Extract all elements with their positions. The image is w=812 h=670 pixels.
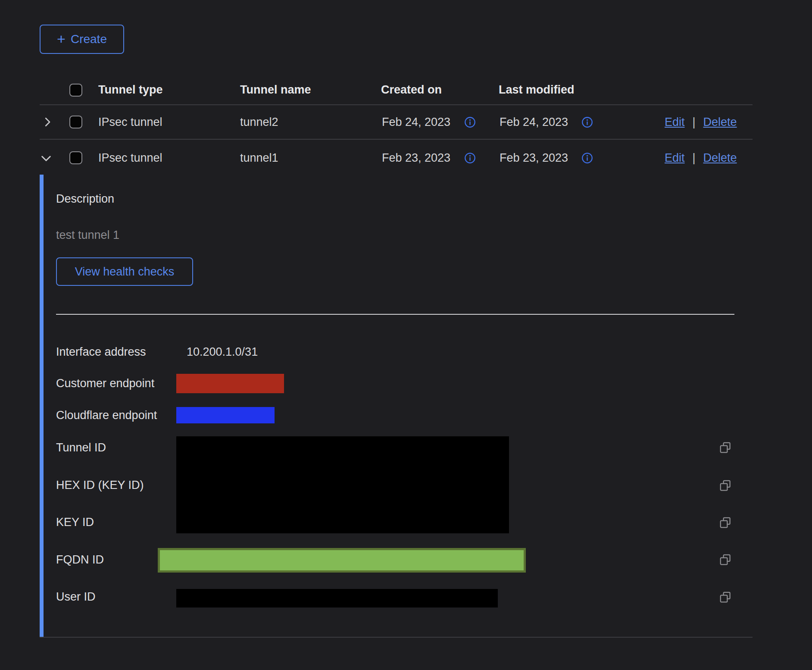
copy-fqdn-id-icon[interactable] xyxy=(719,553,732,566)
row-divider xyxy=(40,139,753,140)
chevron-right-icon[interactable] xyxy=(40,115,55,129)
user-id-label: User ID xyxy=(56,590,96,604)
ipsec-tunnels-page: + Create Tunnel type Tunnel name Created… xyxy=(0,0,812,670)
row-checkbox-tunnel1[interactable] xyxy=(69,151,82,164)
description-label: Description xyxy=(56,192,114,206)
user-id-redaction-block xyxy=(176,589,498,607)
last-modified-cell: Feb 24, 2023 xyxy=(500,116,568,129)
copy-user-id-icon[interactable] xyxy=(719,591,732,604)
copy-hex-id-icon[interactable] xyxy=(719,479,732,492)
select-all-checkbox[interactable] xyxy=(69,84,82,97)
info-circle-icon[interactable] xyxy=(581,152,593,164)
chevron-down-icon[interactable] xyxy=(39,151,53,166)
last-modified-cell: Feb 23, 2023 xyxy=(500,151,568,165)
column-header-created-on: Created on xyxy=(381,83,442,97)
tunnel-type-cell: IPsec tunnel xyxy=(98,116,162,129)
copy-tunnel-id-icon[interactable] xyxy=(719,441,732,454)
tunnel-name-cell: tunnel1 xyxy=(240,151,278,165)
expanded-row-accent-bar xyxy=(40,175,44,637)
copy-key-id-icon[interactable] xyxy=(719,516,732,529)
fqdn-id-label: FQDN ID xyxy=(56,553,104,567)
delete-link[interactable]: Delete xyxy=(703,151,737,165)
created-on-cell: Feb 23, 2023 xyxy=(382,151,450,165)
tunnel-name-cell: tunnel2 xyxy=(240,116,278,129)
action-separator: | xyxy=(693,151,696,165)
tunnel-ids-redaction-block xyxy=(176,436,509,533)
view-health-checks-button[interactable]: View health checks xyxy=(56,257,193,286)
column-header-tunnel-name: Tunnel name xyxy=(240,83,311,97)
view-health-checks-label: View health checks xyxy=(75,265,175,279)
column-header-tunnel-type: Tunnel type xyxy=(98,83,163,97)
action-separator: | xyxy=(693,116,696,129)
plus-icon: + xyxy=(57,31,66,46)
info-circle-icon[interactable] xyxy=(464,152,476,164)
tunnel-id-label: Tunnel ID xyxy=(56,441,106,454)
interface-address-label: Interface address xyxy=(56,345,146,359)
interface-address-value: 10.200.1.0/31 xyxy=(187,345,258,359)
expanded-row-bottom-divider xyxy=(40,637,753,638)
create-button[interactable]: + Create xyxy=(40,25,124,54)
edit-link[interactable]: Edit xyxy=(665,116,685,129)
description-value: test tunnel 1 xyxy=(56,229,119,242)
row-actions: Edit | Delete xyxy=(665,116,737,129)
tunnel-type-cell: IPsec tunnel xyxy=(98,151,162,165)
customer-endpoint-label: Customer endpoint xyxy=(56,377,154,390)
cloudflare-endpoint-redaction-block xyxy=(176,407,275,423)
info-circle-icon[interactable] xyxy=(581,116,593,128)
cloudflare-endpoint-label: Cloudflare endpoint xyxy=(56,409,157,422)
row-actions: Edit | Delete xyxy=(665,151,737,165)
delete-link[interactable]: Delete xyxy=(703,116,737,129)
create-button-label: Create xyxy=(71,32,107,46)
info-circle-icon[interactable] xyxy=(464,116,476,128)
column-header-last-modified: Last modified xyxy=(499,83,575,97)
created-on-cell: Feb 24, 2023 xyxy=(382,116,450,129)
edit-link[interactable]: Edit xyxy=(665,151,685,165)
header-divider xyxy=(40,104,753,105)
key-id-label: KEY ID xyxy=(56,516,94,529)
hex-id-label: HEX ID (KEY ID) xyxy=(56,479,144,492)
section-divider xyxy=(56,314,734,315)
row-checkbox-tunnel2[interactable] xyxy=(69,116,82,128)
fqdn-id-redaction-block xyxy=(158,548,526,573)
customer-endpoint-redaction-block xyxy=(176,374,284,393)
